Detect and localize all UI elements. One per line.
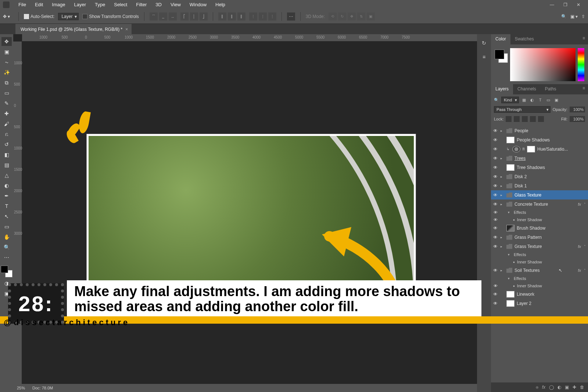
filter-pixel-icon[interactable]: ▦ [521, 97, 527, 103]
align-vcenter-icon[interactable]: ⎯ [159, 12, 167, 21]
layer-name[interactable]: Effects [514, 276, 586, 281]
doc-info[interactable]: Doc: 78.0M [32, 386, 53, 390]
menu-edit[interactable]: Edit [31, 0, 47, 9]
distribute-vcenter-icon[interactable]: ‖ [228, 12, 236, 21]
layer-row[interactable]: 👁▸Grass Pattern [491, 233, 588, 242]
layer-name[interactable]: Tree Shadows [517, 165, 586, 170]
visibility-toggle-icon[interactable]: 👁 [492, 268, 498, 273]
search-icon[interactable]: 🔍 [561, 14, 567, 19]
distribute-left-icon[interactable]: ⋮ [249, 12, 257, 21]
color-fg-swatch[interactable] [495, 50, 504, 59]
layer-name[interactable]: Layer 2 [517, 301, 586, 306]
layer-name[interactable]: Effects [514, 210, 586, 215]
layer-fx-badge[interactable]: fx [578, 244, 582, 249]
visibility-toggle-icon[interactable]: 👁 [492, 165, 498, 170]
expand-chevron-icon[interactable]: ▸ [501, 129, 504, 133]
layer-row[interactable]: 👁Layer 2 [491, 299, 588, 308]
magic-wand-tool[interactable]: ✨ [1, 68, 12, 77]
visibility-toggle-icon[interactable]: 👁 [492, 292, 498, 297]
expand-chevron-icon[interactable]: ▸ [501, 235, 504, 239]
new-adjustment-icon[interactable]: ◐ [557, 385, 561, 390]
clone-stamp-tool[interactable]: ⎌ [1, 130, 12, 139]
layer-row[interactable]: 👁Tree Shadows [491, 163, 588, 172]
layer-row[interactable]: 👁People Shadows [491, 135, 588, 144]
expand-chevron-icon[interactable]: ▸ [501, 202, 504, 206]
align-hcenter-icon[interactable]: │ [190, 12, 198, 21]
layer-name[interactable]: Disk 1 [514, 183, 586, 188]
layer-row[interactable]: ●Inner Shadow [491, 258, 588, 266]
expand-chevron-icon[interactable]: ▸ [501, 269, 504, 272]
opacity-value[interactable]: 100% [570, 107, 585, 112]
layer-name[interactable]: People [514, 128, 586, 133]
blend-mode-select[interactable]: Pass Through [494, 106, 551, 113]
document-tab[interactable]: Working File 1.psd @ 25% (Glass Texture,… [15, 24, 132, 34]
layer-fx-badge[interactable]: fx [578, 202, 582, 206]
layer-row[interactable]: 👁▸Grass Texturefx˄ [491, 242, 588, 251]
visibility-toggle-icon[interactable]: 👁 [492, 128, 498, 133]
link-layers-icon[interactable]: ⍟ [536, 385, 538, 390]
menu-image[interactable]: Image [47, 0, 69, 9]
visibility-toggle-icon[interactable]: 👁 [492, 235, 498, 240]
menu-window[interactable]: Window [185, 0, 211, 9]
layer-name[interactable]: Grass Texture [514, 244, 576, 249]
color-swatches[interactable] [1, 266, 12, 277]
expand-chevron-icon[interactable]: ▸ [501, 175, 504, 179]
fx-collapse-icon[interactable]: ˄ [584, 269, 586, 272]
align-left-icon[interactable]: ⎡ [180, 12, 189, 21]
layer-name[interactable]: Brush Shadow [517, 226, 586, 231]
layer-row[interactable]: 👁▸Concrete Texturefx˄ [491, 199, 588, 209]
distribute-right-icon[interactable]: ⋮ [268, 12, 276, 21]
menu-select[interactable]: Select [110, 0, 132, 9]
gradient-tool[interactable]: ▤ [1, 161, 12, 169]
menu-view[interactable]: View [166, 0, 185, 9]
layer-name[interactable]: People Shadows [517, 137, 586, 143]
lock-transparent-icon[interactable] [506, 116, 512, 122]
color-field[interactable] [510, 48, 576, 81]
visibility-toggle-icon[interactable]: 👁 [492, 202, 498, 207]
layer-row[interactable]: 👁▸Glass Texture [491, 190, 588, 199]
window-close[interactable]: ✕ [572, 2, 585, 7]
visibility-toggle-icon[interactable]: 👁 [492, 147, 498, 152]
filter-type-icon[interactable]: T [537, 97, 543, 103]
filter-smart-icon[interactable]: ▣ [553, 97, 559, 103]
lock-image-icon[interactable] [514, 116, 520, 122]
auto-select-checkbox[interactable]: Auto-Select: [24, 14, 54, 19]
healing-brush-tool[interactable]: ✚ [1, 109, 12, 118]
layer-fx-icon[interactable]: fx [542, 385, 545, 390]
properties-panel-icon[interactable]: ≡ [480, 53, 488, 61]
layer-row[interactable]: 👁▸Disk 2 [491, 172, 588, 181]
lock-position-icon[interactable] [522, 116, 528, 122]
menu-file[interactable]: File [14, 0, 31, 9]
layer-name[interactable]: Inner Shadow [517, 260, 586, 264]
fx-expand-icon[interactable]: ▾ [508, 253, 512, 256]
auto-select-target[interactable]: Layer [58, 13, 79, 20]
share-icon[interactable]: ⇧ [581, 14, 585, 19]
layer-row[interactable]: 👁Linework [491, 289, 588, 299]
visibility-toggle-icon[interactable]: 👁 [492, 137, 498, 143]
add-mask-icon[interactable]: ◯ [549, 385, 554, 390]
menu-type[interactable]: Type [90, 0, 110, 9]
lock-artboard-icon[interactable] [530, 116, 536, 122]
layer-row[interactable]: 👁▸Soil Textures↖fx˄ [491, 266, 588, 275]
move-tool[interactable]: ✥ [1, 37, 12, 46]
window-minimize[interactable]: — [545, 2, 559, 7]
layer-name[interactable]: Trees [514, 156, 586, 161]
blur-tool[interactable]: △ [1, 171, 12, 180]
color-panel-menu[interactable]: ≡ [580, 34, 588, 44]
lasso-tool[interactable]: ⏦ [1, 58, 12, 66]
layer-list[interactable]: 👁▸People👁People Shadows👁↳⎘Hue/Saturatio.… [491, 126, 588, 382]
visibility-toggle-icon[interactable]: 👁 [492, 284, 498, 288]
tab-layers[interactable]: Layers [491, 84, 513, 94]
menu-help[interactable]: Help [211, 0, 230, 9]
visibility-toggle-icon[interactable]: 👁 [492, 210, 498, 215]
layer-row[interactable]: 👁▸People [491, 126, 588, 135]
eraser-tool[interactable]: ◧ [1, 150, 12, 159]
marquee-tool[interactable]: ▣ [1, 47, 12, 56]
brush-tool[interactable]: 🖌 [1, 119, 12, 128]
window-maximize[interactable]: ❐ [559, 2, 572, 7]
visibility-toggle-icon[interactable]: 👁 [492, 301, 498, 306]
tab-channels[interactable]: Channels [513, 84, 541, 94]
delete-layer-icon[interactable]: 🗑 [580, 385, 584, 390]
distribute-bottom-icon[interactable]: ‖ [237, 12, 245, 21]
layer-name[interactable]: Linework [517, 292, 586, 297]
